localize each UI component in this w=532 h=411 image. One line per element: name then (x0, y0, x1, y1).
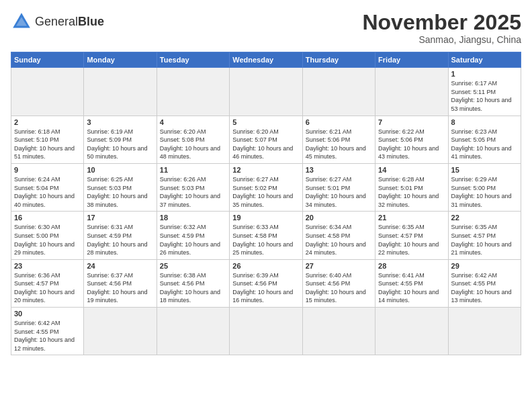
calendar-cell: 15Sunrise: 6:29 AM Sunset: 5:00 PM Dayli… (448, 163, 521, 211)
day-info: Sunrise: 6:27 AM Sunset: 5:02 PM Dayligh… (232, 175, 299, 209)
calendar-cell: 21Sunrise: 6:35 AM Sunset: 4:57 PM Dayli… (375, 212, 448, 259)
calendar-cell: 27Sunrise: 6:40 AM Sunset: 4:56 PM Dayli… (302, 259, 375, 307)
calendar-cell (157, 68, 229, 116)
day-number: 9 (14, 166, 81, 174)
day-number: 19 (232, 214, 299, 222)
weekday-header-saturday: Saturday (448, 52, 521, 68)
weekday-header-sunday: Sunday (11, 52, 84, 68)
week-row-6: 30Sunrise: 6:42 AM Sunset: 4:55 PM Dayli… (11, 308, 521, 355)
calendar-cell: 19Sunrise: 6:33 AM Sunset: 4:58 PM Dayli… (230, 212, 302, 259)
day-info: Sunrise: 6:37 AM Sunset: 4:56 PM Dayligh… (87, 271, 153, 305)
day-number: 8 (451, 118, 518, 126)
subtitle: Sanmao, Jiangsu, China (362, 34, 521, 45)
day-number: 22 (451, 214, 518, 222)
day-number: 2 (14, 118, 81, 126)
calendar-cell: 25Sunrise: 6:38 AM Sunset: 4:56 PM Dayli… (157, 259, 229, 307)
day-number: 24 (87, 262, 153, 270)
calendar-cell (11, 68, 84, 116)
calendar-cell: 30Sunrise: 6:42 AM Sunset: 4:55 PM Dayli… (11, 308, 84, 355)
day-number: 27 (306, 262, 372, 270)
logo: GeneralBlue (11, 11, 104, 32)
day-number: 15 (451, 166, 518, 174)
day-info: Sunrise: 6:32 AM Sunset: 4:59 PM Dayligh… (160, 223, 226, 257)
calendar-page: GeneralBlue November 2025 Sanmao, Jiangs… (0, 0, 532, 411)
day-info: Sunrise: 6:42 AM Sunset: 4:55 PM Dayligh… (14, 319, 81, 353)
day-number: 18 (160, 214, 226, 222)
day-number: 14 (378, 166, 445, 174)
day-info: Sunrise: 6:31 AM Sunset: 4:59 PM Dayligh… (87, 223, 153, 257)
day-info: Sunrise: 6:25 AM Sunset: 5:03 PM Dayligh… (87, 175, 153, 209)
day-info: Sunrise: 6:28 AM Sunset: 5:01 PM Dayligh… (378, 175, 445, 209)
day-info: Sunrise: 6:36 AM Sunset: 4:57 PM Dayligh… (14, 271, 81, 305)
calendar-cell: 8Sunrise: 6:23 AM Sunset: 5:05 PM Daylig… (448, 116, 521, 163)
day-info: Sunrise: 6:26 AM Sunset: 5:03 PM Dayligh… (160, 175, 226, 209)
day-info: Sunrise: 6:40 AM Sunset: 4:56 PM Dayligh… (306, 271, 372, 305)
calendar-cell (157, 308, 229, 355)
weekday-header-friday: Friday (375, 52, 448, 68)
day-info: Sunrise: 6:33 AM Sunset: 4:58 PM Dayligh… (232, 223, 299, 257)
week-row-2: 2Sunrise: 6:18 AM Sunset: 5:10 PM Daylig… (11, 116, 521, 163)
day-info: Sunrise: 6:20 AM Sunset: 5:07 PM Dayligh… (232, 128, 299, 161)
calendar-cell: 5Sunrise: 6:20 AM Sunset: 5:07 PM Daylig… (230, 116, 302, 163)
day-number: 4 (160, 118, 226, 126)
day-number: 25 (160, 262, 226, 270)
calendar-cell (375, 68, 448, 116)
weekday-header-thursday: Thursday (302, 52, 375, 68)
logo-icon (11, 11, 32, 32)
header: GeneralBlue November 2025 Sanmao, Jiangs… (11, 11, 521, 45)
calendar-cell: 6Sunrise: 6:21 AM Sunset: 5:06 PM Daylig… (302, 116, 375, 163)
day-number: 7 (378, 118, 445, 126)
day-info: Sunrise: 6:35 AM Sunset: 4:57 PM Dayligh… (451, 223, 518, 257)
day-info: Sunrise: 6:35 AM Sunset: 4:57 PM Dayligh… (378, 223, 445, 257)
calendar-cell: 3Sunrise: 6:19 AM Sunset: 5:09 PM Daylig… (84, 116, 157, 163)
calendar-cell (230, 308, 302, 355)
day-number: 30 (14, 310, 81, 318)
day-info: Sunrise: 6:30 AM Sunset: 5:00 PM Dayligh… (14, 223, 81, 257)
day-number: 13 (306, 166, 372, 174)
calendar-cell: 16Sunrise: 6:30 AM Sunset: 5:00 PM Dayli… (11, 212, 84, 259)
calendar-table: SundayMondayTuesdayWednesdayThursdayFrid… (11, 52, 521, 355)
day-number: 3 (87, 118, 153, 126)
calendar-cell: 26Sunrise: 6:39 AM Sunset: 4:56 PM Dayli… (230, 259, 302, 307)
calendar-cell: 22Sunrise: 6:35 AM Sunset: 4:57 PM Dayli… (448, 212, 521, 259)
calendar-cell: 10Sunrise: 6:25 AM Sunset: 5:03 PM Dayli… (84, 163, 157, 211)
day-number: 12 (232, 166, 299, 174)
week-row-1: 1Sunrise: 6:17 AM Sunset: 5:11 PM Daylig… (11, 68, 521, 116)
day-info: Sunrise: 6:39 AM Sunset: 4:56 PM Dayligh… (232, 271, 299, 305)
day-number: 21 (378, 214, 445, 222)
calendar-body: 1Sunrise: 6:17 AM Sunset: 5:11 PM Daylig… (11, 68, 521, 355)
calendar-cell: 24Sunrise: 6:37 AM Sunset: 4:56 PM Dayli… (84, 259, 157, 307)
logo-text: GeneralBlue (35, 15, 104, 28)
day-info: Sunrise: 6:29 AM Sunset: 5:00 PM Dayligh… (451, 175, 518, 209)
calendar-cell (375, 308, 448, 355)
weekday-row: SundayMondayTuesdayWednesdayThursdayFrid… (11, 52, 521, 68)
day-info: Sunrise: 6:22 AM Sunset: 5:06 PM Dayligh… (378, 128, 445, 161)
calendar-cell: 23Sunrise: 6:36 AM Sunset: 4:57 PM Dayli… (11, 259, 84, 307)
calendar-cell (302, 308, 375, 355)
calendar-cell (302, 68, 375, 116)
weekday-header-tuesday: Tuesday (157, 52, 229, 68)
day-info: Sunrise: 6:17 AM Sunset: 5:11 PM Dayligh… (451, 79, 518, 113)
day-info: Sunrise: 6:21 AM Sunset: 5:06 PM Dayligh… (306, 128, 372, 161)
day-number: 5 (232, 118, 299, 126)
calendar-cell: 18Sunrise: 6:32 AM Sunset: 4:59 PM Dayli… (157, 212, 229, 259)
day-number: 28 (378, 262, 445, 270)
calendar-cell: 13Sunrise: 6:27 AM Sunset: 5:01 PM Dayli… (302, 163, 375, 211)
calendar-cell: 7Sunrise: 6:22 AM Sunset: 5:06 PM Daylig… (375, 116, 448, 163)
week-row-5: 23Sunrise: 6:36 AM Sunset: 4:57 PM Dayli… (11, 259, 521, 307)
day-info: Sunrise: 6:27 AM Sunset: 5:01 PM Dayligh… (306, 175, 372, 209)
day-info: Sunrise: 6:23 AM Sunset: 5:05 PM Dayligh… (451, 128, 518, 161)
day-number: 26 (232, 262, 299, 270)
calendar-cell (84, 68, 157, 116)
weekday-header-wednesday: Wednesday (230, 52, 302, 68)
calendar-cell (84, 308, 157, 355)
calendar-cell (230, 68, 302, 116)
day-number: 16 (14, 214, 81, 222)
day-info: Sunrise: 6:24 AM Sunset: 5:04 PM Dayligh… (14, 175, 81, 209)
day-info: Sunrise: 6:41 AM Sunset: 4:55 PM Dayligh… (378, 271, 445, 305)
day-number: 17 (87, 214, 153, 222)
day-number: 1 (451, 70, 518, 78)
calendar-cell: 1Sunrise: 6:17 AM Sunset: 5:11 PM Daylig… (448, 68, 521, 116)
calendar-cell: 28Sunrise: 6:41 AM Sunset: 4:55 PM Dayli… (375, 259, 448, 307)
day-info: Sunrise: 6:18 AM Sunset: 5:10 PM Dayligh… (14, 128, 81, 161)
